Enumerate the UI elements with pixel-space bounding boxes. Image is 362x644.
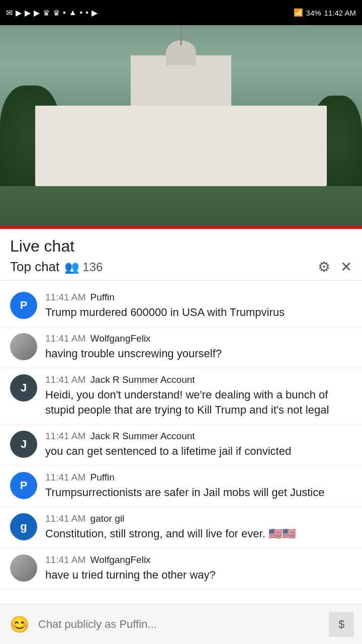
youtube-icon2: ▶ [25, 8, 31, 18]
emoji-button[interactable]: 😊 [8, 613, 31, 636]
message-meta: 11:41 AM Puffin [45, 292, 352, 303]
message-meta: 11:41 AM Puffin [45, 472, 352, 483]
message-time: 11:41 AM [45, 513, 85, 524]
message-username: Jack R Summer Account [90, 374, 195, 385]
image-icon: ▪ [80, 8, 83, 17]
messages-list: P 11:41 AM Puffin Trump murdered 600000 … [0, 281, 362, 594]
message-meta: 11:41 AM WolfgangFelix [45, 554, 352, 566]
message-body: 11:41 AM Puffin Trumpsurrectionists are … [45, 472, 352, 501]
message-username: WolfgangFelix [90, 554, 151, 565]
send-button[interactable]: $ [329, 612, 354, 637]
video-player[interactable] [0, 25, 362, 226]
message-item: 11:41 AM WolfgangFelix having trouble un… [0, 327, 362, 368]
message-text: having trouble unscrewing yourself? [45, 346, 352, 362]
message-username: Puffin [90, 292, 115, 302]
message-meta: 11:41 AM gator gil [45, 513, 352, 524]
chat-title: Live chat [10, 237, 352, 256]
chat-input[interactable] [38, 618, 322, 631]
whitehouse-base [35, 106, 327, 186]
message-username: Puffin [90, 472, 115, 482]
message-body: 11:41 AM WolfgangFelix having trouble un… [45, 333, 352, 362]
message-time: 11:41 AM [45, 333, 85, 344]
message-item: P 11:41 AM Puffin Trumpsurrectionists ar… [0, 466, 362, 507]
avatar: J [10, 374, 37, 401]
message-username: WolfgangFelix [90, 333, 151, 344]
status-bar: ✉ ▶ ▶ ▶ ♛ ♛ ▪ ▲ ▪ ▪ ▶ 📶 34% 11:42 AM [0, 0, 362, 25]
message-body: 11:41 AM Jack R Summer Account you can g… [45, 431, 352, 459]
message-meta: 11:41 AM Jack R Summer Account [45, 431, 352, 442]
message-item: 11:41 AM WolfgangFelix have u tried turn… [0, 548, 362, 590]
avatar: P [10, 292, 37, 319]
message-time: 11:41 AM [45, 292, 85, 302]
filter-icon[interactable]: ⚙ [318, 259, 330, 275]
viewer-icon: 👥 [64, 260, 79, 274]
message-body: 11:41 AM Jack R Summer Account Heidi, yo… [45, 374, 352, 419]
chat-input-bar: 😊 $ [0, 604, 362, 644]
chat-header: Live chat Top chat 👥 136 ⚙ ✕ [0, 229, 362, 281]
notification-icon: ✉ [6, 8, 13, 18]
message-body: 11:41 AM gator gil Constitution, still s… [45, 513, 352, 542]
youtube-icon: ▶ [16, 8, 22, 18]
message-username: gator gil [90, 513, 125, 524]
message-username: Jack R Summer Account [90, 431, 195, 441]
calendar-icon: ▪ [85, 8, 88, 17]
message-body: 11:41 AM WolfgangFelix have u tried turn… [45, 554, 352, 583]
message-text: Heidi, you don't understand! we're deali… [45, 387, 352, 419]
avatar [10, 333, 37, 360]
clock: 11:42 AM [324, 9, 356, 17]
chat-actions: ⚙ ✕ [318, 259, 352, 275]
top-chat-label[interactable]: Top chat [10, 259, 59, 275]
avatar: J [10, 431, 37, 458]
youtube-icon3: ▶ [34, 8, 40, 18]
play-icon: ▶ [92, 8, 98, 18]
avatar: P [10, 472, 37, 499]
message-item: J 11:41 AM Jack R Summer Account you can… [0, 425, 362, 466]
viewer-count: 👥 136 [64, 260, 103, 274]
close-icon[interactable]: ✕ [340, 259, 352, 275]
alert-icon: ▲ [69, 8, 77, 17]
crown-icon2: ♛ [53, 8, 60, 18]
battery-text: 34% [306, 9, 321, 17]
folder-icon: ▪ [63, 8, 66, 17]
message-text: Trumpsurrectionists are safer in Jail mo… [45, 485, 352, 501]
message-item: P 11:41 AM Puffin Trump murdered 600000 … [0, 286, 362, 327]
message-text: you can get sentenced to a lifetime jail… [45, 444, 352, 459]
viewer-number: 136 [82, 260, 103, 274]
message-text: Trump murdered 600000 in USA with Trumpv… [45, 305, 352, 320]
avatar [10, 554, 37, 582]
message-item: J 11:41 AM Jack R Summer Account Heidi, … [0, 368, 362, 425]
message-body: 11:41 AM Puffin Trump murdered 600000 in… [45, 292, 352, 320]
message-time: 11:41 AM [45, 472, 85, 482]
message-time: 11:41 AM [45, 554, 85, 565]
message-time: 11:41 AM [45, 374, 85, 385]
message-time: 11:41 AM [45, 431, 85, 441]
message-item: g 11:41 AM gator gil Constitution, still… [0, 507, 362, 548]
message-text: Constitution, still strong, and will liv… [45, 526, 352, 542]
emoji-icon: 😊 [10, 615, 30, 634]
avatar: g [10, 513, 37, 540]
status-bar-system: 📶 34% 11:42 AM [294, 8, 356, 17]
crown-icon: ♛ [43, 8, 50, 18]
wifi-icon: 📶 [294, 8, 303, 17]
send-icon: $ [338, 618, 344, 631]
status-bar-notifications: ✉ ▶ ▶ ▶ ♛ ♛ ▪ ▲ ▪ ▪ ▶ [6, 8, 98, 18]
message-text: have u tried turning the other way? [45, 568, 352, 583]
whitehouse-flag [180, 25, 182, 45]
message-meta: 11:41 AM Jack R Summer Account [45, 374, 352, 385]
chat-subtitle: Top chat 👥 136 [10, 259, 103, 275]
message-meta: 11:41 AM WolfgangFelix [45, 333, 352, 344]
